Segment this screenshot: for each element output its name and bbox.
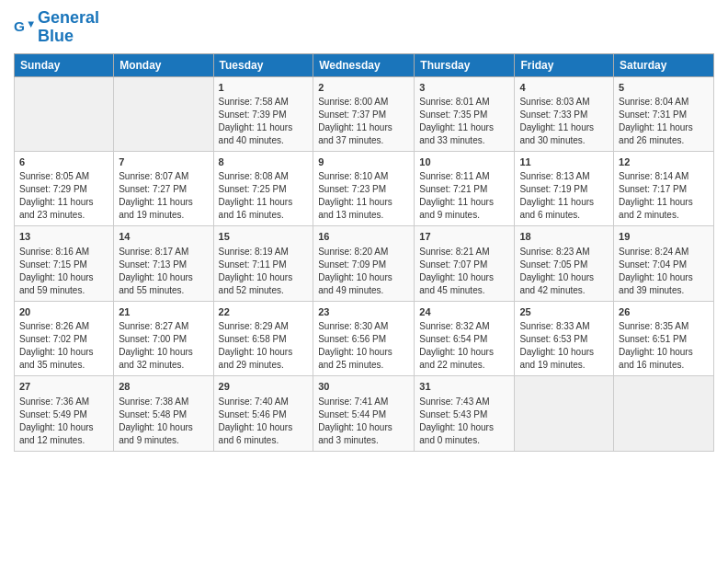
day-number: 27 <box>19 380 108 394</box>
calendar-cell: 1Sunrise: 7:58 AMSunset: 7:39 PMDaylight… <box>213 76 313 151</box>
day-info: Sunset: 7:17 PM <box>619 183 709 196</box>
day-info: Sunrise: 8:26 AM <box>19 320 108 333</box>
day-info: Sunrise: 8:05 AM <box>19 170 108 183</box>
day-number: 1 <box>219 81 309 95</box>
day-info: Sunrise: 8:17 AM <box>119 246 208 259</box>
calendar-cell: 27Sunrise: 7:36 AMSunset: 5:49 PMDayligh… <box>15 376 114 451</box>
day-number: 11 <box>519 155 609 169</box>
day-info: Sunrise: 7:40 AM <box>219 396 309 408</box>
calendar-week-1: 1Sunrise: 7:58 AMSunset: 7:39 PMDaylight… <box>15 76 714 151</box>
day-info: Sunset: 7:09 PM <box>318 259 409 271</box>
day-info: Sunrise: 8:14 AM <box>619 170 709 183</box>
calendar-cell: 11Sunrise: 8:13 AMSunset: 7:19 PMDayligh… <box>515 151 614 225</box>
calendar-header-row: SundayMondayTuesdayWednesdayThursdayFrid… <box>15 53 714 76</box>
calendar-cell: 18Sunrise: 8:23 AMSunset: 7:05 PMDayligh… <box>515 226 614 301</box>
day-info: Daylight: 10 hours and 6 minutes. <box>219 421 309 447</box>
calendar-cell <box>114 76 213 151</box>
day-number: 5 <box>619 81 709 95</box>
day-number: 10 <box>419 155 509 169</box>
day-info: Daylight: 10 hours and 55 minutes. <box>119 271 208 297</box>
day-info: Sunrise: 8:35 AM <box>619 320 709 333</box>
day-info: Daylight: 10 hours and 52 minutes. <box>219 271 309 297</box>
day-info: Sunset: 7:37 PM <box>318 109 409 121</box>
calendar-cell: 4Sunrise: 8:03 AMSunset: 7:33 PMDaylight… <box>515 76 614 151</box>
calendar-header-friday: Friday <box>515 53 614 76</box>
day-number: 17 <box>419 230 509 244</box>
day-info: Sunrise: 7:36 AM <box>19 396 108 408</box>
calendar-cell: 30Sunrise: 7:41 AMSunset: 5:44 PMDayligh… <box>313 376 415 451</box>
day-info: Daylight: 11 hours and 26 minutes. <box>619 121 709 147</box>
day-info: Sunrise: 8:11 AM <box>419 170 509 183</box>
day-info: Sunrise: 8:24 AM <box>619 246 709 259</box>
day-info: Sunset: 7:21 PM <box>419 183 509 196</box>
day-info: Daylight: 10 hours and 39 minutes. <box>619 271 709 297</box>
calendar-cell: 28Sunrise: 7:38 AMSunset: 5:48 PMDayligh… <box>114 376 213 451</box>
day-info: Sunset: 5:49 PM <box>19 408 108 421</box>
calendar-cell: 19Sunrise: 8:24 AMSunset: 7:04 PMDayligh… <box>614 226 714 301</box>
day-info: Daylight: 11 hours and 23 minutes. <box>19 196 108 222</box>
day-info: Sunrise: 8:16 AM <box>19 246 108 259</box>
calendar-cell: 13Sunrise: 8:16 AMSunset: 7:15 PMDayligh… <box>15 226 114 301</box>
day-info: Sunset: 7:13 PM <box>119 259 208 271</box>
day-number: 20 <box>19 305 108 319</box>
calendar-header-saturday: Saturday <box>614 53 714 76</box>
day-number: 13 <box>19 230 108 244</box>
day-info: Sunset: 7:04 PM <box>619 259 709 271</box>
day-info: Sunset: 7:39 PM <box>219 109 309 121</box>
day-info: Daylight: 10 hours and 49 minutes. <box>318 271 409 297</box>
calendar-header-sunday: Sunday <box>15 53 114 76</box>
day-info: Sunset: 7:11 PM <box>219 259 309 271</box>
day-info: Sunset: 5:46 PM <box>219 408 309 421</box>
day-info: Sunrise: 8:20 AM <box>318 246 409 259</box>
day-info: Sunset: 7:35 PM <box>419 109 509 121</box>
calendar-cell: 16Sunrise: 8:20 AMSunset: 7:09 PMDayligh… <box>313 226 415 301</box>
day-number: 22 <box>219 305 309 319</box>
day-info: Daylight: 11 hours and 6 minutes. <box>519 196 609 222</box>
day-info: Daylight: 11 hours and 9 minutes. <box>419 196 509 222</box>
day-info: Sunset: 7:25 PM <box>219 183 309 196</box>
calendar-week-2: 6Sunrise: 8:05 AMSunset: 7:29 PMDaylight… <box>15 151 714 225</box>
day-info: Sunrise: 8:10 AM <box>318 170 409 183</box>
calendar-cell: 6Sunrise: 8:05 AMSunset: 7:29 PMDaylight… <box>15 151 114 225</box>
calendar-cell: 3Sunrise: 8:01 AMSunset: 7:35 PMDaylight… <box>415 76 515 151</box>
day-info: Daylight: 11 hours and 30 minutes. <box>519 121 609 147</box>
day-info: Daylight: 10 hours and 19 minutes. <box>519 346 609 372</box>
day-number: 3 <box>419 81 509 95</box>
calendar-header-wednesday: Wednesday <box>313 53 415 76</box>
calendar-cell: 17Sunrise: 8:21 AMSunset: 7:07 PMDayligh… <box>415 226 515 301</box>
day-info: Sunrise: 7:38 AM <box>119 396 208 408</box>
day-info: Daylight: 11 hours and 37 minutes. <box>318 121 409 147</box>
day-info: Daylight: 11 hours and 19 minutes. <box>119 196 208 222</box>
day-number: 15 <box>219 230 309 244</box>
svg-text:G: G <box>14 18 25 34</box>
day-number: 8 <box>219 155 309 169</box>
calendar-cell: 31Sunrise: 7:43 AMSunset: 5:43 PMDayligh… <box>415 376 515 451</box>
day-number: 7 <box>119 155 208 169</box>
day-info: Sunset: 7:02 PM <box>19 333 108 346</box>
day-number: 21 <box>119 305 208 319</box>
calendar-cell: 20Sunrise: 8:26 AMSunset: 7:02 PMDayligh… <box>15 301 114 375</box>
day-number: 16 <box>318 230 409 244</box>
day-number: 19 <box>619 230 709 244</box>
day-info: Daylight: 10 hours and 35 minutes. <box>19 346 108 372</box>
day-info: Sunrise: 8:07 AM <box>119 170 208 183</box>
day-info: Sunset: 5:48 PM <box>119 408 208 421</box>
logo: G General Blue <box>14 9 99 46</box>
header: G General Blue <box>14 9 714 46</box>
day-info: Daylight: 11 hours and 2 minutes. <box>619 196 709 222</box>
day-info: Sunset: 7:27 PM <box>119 183 208 196</box>
calendar-cell: 2Sunrise: 8:00 AMSunset: 7:37 PMDaylight… <box>313 76 415 151</box>
day-info: Sunrise: 8:03 AM <box>519 96 609 109</box>
day-info: Daylight: 11 hours and 40 minutes. <box>219 121 309 147</box>
calendar-cell: 26Sunrise: 8:35 AMSunset: 6:51 PMDayligh… <box>614 301 714 375</box>
day-number: 26 <box>619 305 709 319</box>
day-number: 29 <box>219 380 309 394</box>
day-info: Sunset: 7:00 PM <box>119 333 208 346</box>
calendar-week-5: 27Sunrise: 7:36 AMSunset: 5:49 PMDayligh… <box>15 376 714 451</box>
day-info: Sunset: 7:31 PM <box>619 109 709 121</box>
day-info: Sunrise: 8:04 AM <box>619 96 709 109</box>
day-info: Sunset: 6:53 PM <box>519 333 609 346</box>
day-info: Sunset: 7:23 PM <box>318 183 409 196</box>
page: G General Blue SundayMondayTuesdayWednes… <box>0 0 728 563</box>
day-info: Daylight: 10 hours and 22 minutes. <box>419 346 509 372</box>
